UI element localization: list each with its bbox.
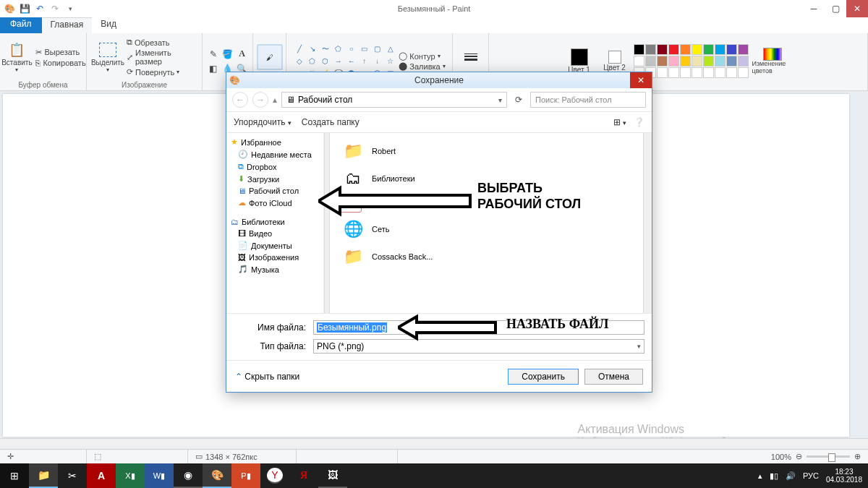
outline-button[interactable]: ◯Контур▾ bbox=[399, 51, 445, 61]
tree-favorites[interactable]: ★Избранное bbox=[226, 136, 323, 148]
list-item[interactable]: 🗂Библиотеки bbox=[337, 165, 644, 192]
palette-swatch[interactable] bbox=[715, 56, 726, 67]
cut-button[interactable]: ✂Вырезать bbox=[35, 48, 85, 57]
close-button[interactable]: ✕ bbox=[846, 0, 868, 17]
zoom-slider[interactable] bbox=[807, 455, 850, 458]
filename-input[interactable]: Безымянный.png bbox=[313, 320, 644, 335]
taskbar-excel[interactable]: X▮ bbox=[116, 463, 145, 488]
chevron-down-icon[interactable]: ▾ bbox=[498, 96, 502, 104]
tree-music[interactable]: 🎵Музыка bbox=[226, 263, 323, 275]
nav-back-button[interactable]: ← bbox=[232, 92, 248, 108]
view-options-button[interactable]: ⊞ ▾ bbox=[613, 117, 626, 127]
palette-swatch[interactable] bbox=[657, 67, 668, 78]
address-bar[interactable]: 🖥 Рабочий стол ▾ bbox=[281, 92, 507, 108]
tree-desktop[interactable]: 🖥Рабочий стол bbox=[226, 185, 323, 197]
palette-swatch[interactable] bbox=[634, 56, 644, 67]
tray-network-icon[interactable]: ▮▯ bbox=[770, 471, 778, 481]
qat-redo-icon[interactable]: ↷ bbox=[48, 2, 61, 15]
taskbar-adobe[interactable]: A bbox=[87, 463, 116, 488]
crop-button[interactable]: ⧉Обрезать bbox=[127, 38, 197, 47]
cancel-button[interactable]: Отмена bbox=[584, 369, 643, 385]
rotate-button[interactable]: ⟳Повернуть ▾ bbox=[127, 67, 197, 77]
zoom-out-button[interactable]: ⊖ bbox=[796, 452, 802, 461]
tab-home[interactable]: Главная bbox=[42, 17, 93, 33]
help-button[interactable]: ❔ bbox=[634, 117, 644, 127]
taskbar-yandex2[interactable]: Я bbox=[289, 463, 318, 488]
hide-folders-button[interactable]: ⌃ Скрыть папки bbox=[235, 372, 299, 382]
qat-undo-icon[interactable]: ↶ bbox=[33, 2, 46, 15]
tray-volume-icon[interactable]: 🔊 bbox=[786, 471, 796, 481]
tray-lang[interactable]: РУС bbox=[803, 471, 819, 480]
tree-icloud[interactable]: ☁Фото iCloud bbox=[226, 197, 323, 209]
palette-swatch[interactable] bbox=[634, 44, 644, 55]
palette-swatch[interactable] bbox=[738, 56, 749, 67]
palette-swatch[interactable] bbox=[726, 44, 737, 55]
text-tool[interactable]: A bbox=[236, 48, 249, 61]
palette-swatch[interactable] bbox=[692, 56, 702, 67]
nav-up-icon[interactable]: ▴ bbox=[273, 95, 277, 105]
palette-swatch[interactable] bbox=[715, 67, 726, 78]
tray-up-icon[interactable]: ▴ bbox=[758, 471, 762, 481]
new-folder-button[interactable]: Создать папку bbox=[302, 117, 359, 127]
list-item[interactable]: 📁Robert bbox=[337, 137, 644, 165]
brushes-button[interactable]: 🖌 bbox=[253, 43, 286, 72]
bucket-tool[interactable]: 🪣 bbox=[221, 48, 234, 61]
save-button[interactable]: Сохранить bbox=[508, 369, 579, 385]
palette-swatch[interactable] bbox=[680, 44, 691, 55]
search-input[interactable]: Поиск: Рабочий стол bbox=[530, 92, 646, 108]
size-button[interactable] bbox=[454, 46, 488, 69]
tree-video[interactable]: 🎞Видео bbox=[226, 228, 323, 239]
palette-swatch[interactable] bbox=[668, 67, 679, 78]
qat-save-icon[interactable]: 💾 bbox=[18, 2, 31, 15]
list-item[interactable]: 📁Cossacks Back... bbox=[337, 243, 644, 270]
palette-swatch[interactable] bbox=[726, 67, 737, 78]
nav-forward-button[interactable]: → bbox=[252, 92, 268, 108]
tray-clock[interactable]: 18:23 04.03.2018 bbox=[826, 468, 862, 484]
select-button[interactable]: Выделить ▾ bbox=[91, 40, 124, 74]
horizontal-scrollbar[interactable] bbox=[0, 438, 868, 448]
start-button[interactable]: ⊞ bbox=[0, 463, 29, 488]
palette-swatch[interactable] bbox=[703, 67, 714, 78]
tree-libraries[interactable]: 🗂Библиотеки bbox=[226, 216, 323, 228]
tab-view[interactable]: Вид bbox=[92, 17, 125, 33]
tree-images[interactable]: 🖼Изображения bbox=[226, 252, 323, 263]
resize-button[interactable]: ⤢Изменить размер bbox=[127, 48, 197, 66]
taskbar-powerpoint[interactable]: P▮ bbox=[231, 463, 260, 488]
tree-scrollbar[interactable] bbox=[324, 133, 330, 313]
zoom-in-button[interactable]: ⊕ bbox=[854, 452, 861, 461]
taskbar-yandex[interactable]: Y bbox=[267, 468, 283, 484]
dialog-close-button[interactable]: ✕ bbox=[630, 72, 652, 88]
taskbar-chrome[interactable]: ◉ bbox=[174, 463, 203, 488]
tree-documents[interactable]: 📄Документы bbox=[226, 239, 323, 252]
filetype-select[interactable]: PNG (*.png)▾ bbox=[313, 339, 644, 354]
organize-button[interactable]: Упорядочить ▾ bbox=[234, 117, 292, 127]
palette-swatch[interactable] bbox=[692, 67, 702, 78]
tree-dropbox[interactable]: ⧉Dropbox bbox=[226, 160, 323, 173]
palette-swatch[interactable] bbox=[680, 67, 691, 78]
eraser-tool[interactable]: ◧ bbox=[207, 62, 220, 75]
taskbar-paint[interactable]: 🎨 bbox=[203, 463, 231, 488]
palette-swatch[interactable] bbox=[645, 56, 656, 67]
tree-downloads[interactable]: ⬇Загрузки bbox=[226, 173, 323, 185]
list-item[interactable] bbox=[337, 192, 644, 215]
qat-dropdown-icon[interactable]: ▾ bbox=[64, 2, 77, 15]
palette-swatch[interactable] bbox=[657, 56, 668, 67]
taskbar-photos[interactable]: 🖼 bbox=[318, 463, 347, 488]
taskbar-snipping[interactable]: ✂ bbox=[58, 463, 87, 488]
tree-recent[interactable]: 🕘Недавние места bbox=[226, 148, 323, 160]
color2-button[interactable]: Цвет 2 bbox=[598, 49, 631, 73]
pencil-tool[interactable]: ✎ bbox=[207, 48, 220, 61]
list-item[interactable]: 🌐Сеть bbox=[337, 215, 644, 243]
taskbar-explorer[interactable]: 📁 bbox=[29, 463, 58, 488]
palette-swatch[interactable] bbox=[738, 67, 749, 78]
palette-swatch[interactable] bbox=[715, 44, 726, 55]
palette-swatch[interactable] bbox=[645, 44, 656, 55]
palette-swatch[interactable] bbox=[668, 44, 679, 55]
palette-swatch[interactable] bbox=[680, 56, 691, 67]
files-scrollbar[interactable] bbox=[643, 133, 652, 313]
tab-file[interactable]: Файл bbox=[0, 17, 42, 33]
palette-swatch[interactable] bbox=[738, 44, 749, 55]
palette-swatch[interactable] bbox=[726, 56, 737, 67]
minimize-button[interactable]: ─ bbox=[803, 0, 825, 17]
paste-button[interactable]: 📋 Вставить ▾ bbox=[0, 40, 33, 74]
